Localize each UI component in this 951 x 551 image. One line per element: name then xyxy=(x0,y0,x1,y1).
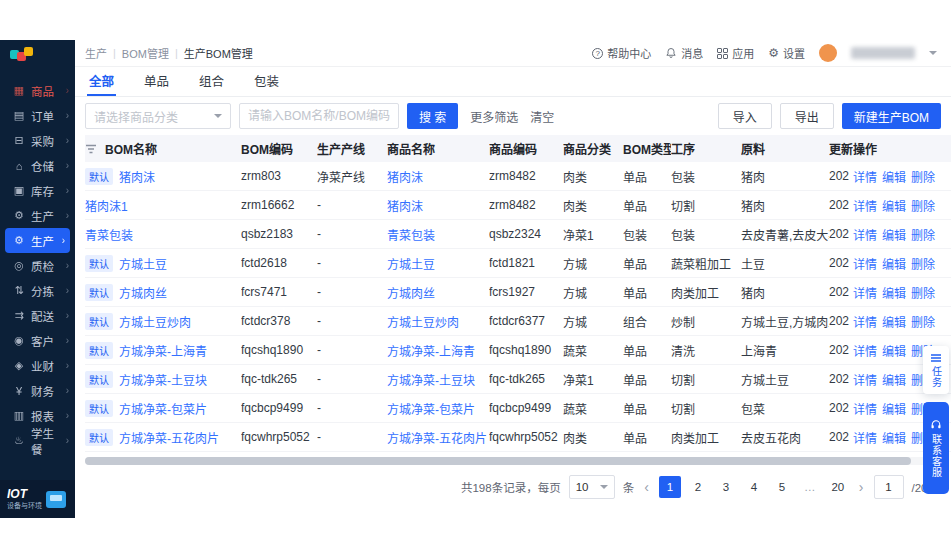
bom-name-link[interactable]: 猪肉沫 xyxy=(119,168,155,185)
tab-all[interactable]: 全部 xyxy=(87,67,116,96)
tab-combo[interactable]: 组合 xyxy=(197,67,226,96)
row-action-delete[interactable]: 删除 xyxy=(911,226,935,243)
sidebar-item-delivery[interactable]: ⇉配送› xyxy=(0,303,75,328)
row-action-detail[interactable]: 详情 xyxy=(853,226,877,243)
row-action-delete[interactable]: 删除 xyxy=(911,284,935,301)
sidebar-item-orders[interactable]: ▤订单› xyxy=(0,103,75,128)
row-action-detail[interactable]: 详情 xyxy=(853,284,877,301)
sidebar-item-products[interactable]: ▦商品› xyxy=(0,78,75,103)
page-button-20[interactable]: 20 xyxy=(827,476,849,498)
app-logo[interactable] xyxy=(0,40,75,68)
product-name-link[interactable]: 猪肉沫 xyxy=(387,200,423,214)
product-name-link[interactable]: 方城肉丝 xyxy=(387,287,435,301)
chevron-down-icon[interactable] xyxy=(929,51,937,55)
bom-name-link[interactable]: 方城土豆炒肉 xyxy=(119,313,191,330)
breadcrumb-bom[interactable]: BOM管理 xyxy=(122,45,169,61)
bom-name-link[interactable]: 方城净菜-包菜片 xyxy=(119,400,207,417)
messages-button[interactable]: 消息 xyxy=(665,45,703,61)
row-action-edit[interactable]: 编辑 xyxy=(882,226,906,243)
bom-name-link[interactable]: 方城净菜-土豆块 xyxy=(119,371,207,388)
bom-name-link[interactable]: 猪肉沫1 xyxy=(85,197,128,214)
sidebar-item-customers[interactable]: ◉客户› xyxy=(0,328,75,353)
sidebar-item-production-plan[interactable]: ⚙生产› xyxy=(0,203,75,228)
bom-name-link[interactable]: 方城净菜-上海青 xyxy=(119,342,207,359)
row-action-edit[interactable]: 编辑 xyxy=(882,313,906,330)
row-action-delete[interactable]: 删除 xyxy=(911,197,935,214)
row-action-detail[interactable]: 详情 xyxy=(853,255,877,272)
category-select[interactable]: 请选择商品分类 xyxy=(85,103,231,129)
product-name-link[interactable]: 方城净菜-五花肉片 xyxy=(387,432,487,446)
page-button-2[interactable]: 2 xyxy=(687,476,709,498)
row-action-detail[interactable]: 详情 xyxy=(853,168,877,185)
bom-search-input[interactable] xyxy=(239,103,399,129)
sidebar-item-warehouse[interactable]: ⌂仓储› xyxy=(0,153,75,178)
bom-name-link[interactable]: 方城肉丝 xyxy=(119,284,167,301)
product-name-link[interactable]: 猪肉沫 xyxy=(387,171,423,185)
product-name-link[interactable]: 方城净菜-包菜片 xyxy=(387,403,475,417)
settings-button[interactable]: ⚙ 设置 xyxy=(768,45,805,61)
page-button-3[interactable]: 3 xyxy=(715,476,737,498)
row-action-detail[interactable]: 详情 xyxy=(853,342,877,359)
user-avatar[interactable] xyxy=(819,44,837,62)
sidebar-item-quality[interactable]: ◎质检› xyxy=(0,253,75,278)
sidebar-item-inventory[interactable]: ▣库存› xyxy=(0,178,75,203)
page-button-1[interactable]: 1 xyxy=(659,476,681,498)
row-action-detail[interactable]: 详情 xyxy=(853,371,877,388)
sidebar-item-sorting[interactable]: ⇅分拣› xyxy=(0,278,75,303)
next-page-button[interactable]: › xyxy=(857,480,866,494)
import-button[interactable]: 导入 xyxy=(718,103,772,129)
more-filters-link[interactable]: 更多筛选 xyxy=(470,108,518,125)
row-action-delete[interactable]: 删除 xyxy=(911,168,935,185)
product-name-link[interactable]: 方城土豆 xyxy=(387,258,435,272)
sidebar-item-finance[interactable]: ¥财务› xyxy=(0,378,75,403)
row-action-detail[interactable]: 详情 xyxy=(853,429,877,446)
prev-page-button[interactable]: ‹ xyxy=(642,480,651,494)
product-name-link[interactable]: 方城净菜-土豆块 xyxy=(387,374,475,388)
task-panel-toggle[interactable]: 任务 xyxy=(923,346,949,394)
sidebar-item-procurement[interactable]: ⊟采购› xyxy=(0,128,75,153)
row-action-detail[interactable]: 详情 xyxy=(853,313,877,330)
row-action-edit[interactable]: 编辑 xyxy=(882,400,906,417)
page-button-5[interactable]: 5 xyxy=(771,476,793,498)
row-action-edit[interactable]: 编辑 xyxy=(882,371,906,388)
export-button[interactable]: 导出 xyxy=(780,103,834,129)
row-action-edit[interactable]: 编辑 xyxy=(882,197,906,214)
help-icon: ? xyxy=(592,48,603,59)
row-action-edit[interactable]: 编辑 xyxy=(882,342,906,359)
horizontal-scrollbar[interactable] xyxy=(85,457,945,465)
row-action-edit[interactable]: 编辑 xyxy=(882,168,906,185)
bom-name-link[interactable]: 方城净菜-五花肉片 xyxy=(119,429,219,446)
updated-cell: 202 xyxy=(829,198,853,212)
row-action-delete[interactable]: 删除 xyxy=(911,255,935,272)
scrollbar-thumb[interactable] xyxy=(85,457,911,465)
row-action-detail[interactable]: 详情 xyxy=(853,400,877,417)
tab-single[interactable]: 单品 xyxy=(142,67,171,96)
page-button-4[interactable]: 4 xyxy=(743,476,765,498)
iot-panel[interactable]: IOT 设备与环境 xyxy=(0,480,75,518)
row-action-delete[interactable]: 删除 xyxy=(911,313,935,330)
row-action-edit[interactable]: 编辑 xyxy=(882,284,906,301)
filter-icon[interactable] xyxy=(85,143,97,155)
product-name-link[interactable]: 方城土豆炒肉 xyxy=(387,316,459,330)
row-action-edit[interactable]: 编辑 xyxy=(882,255,906,272)
user-name-redacted[interactable] xyxy=(851,47,915,59)
breadcrumb-production[interactable]: 生产 xyxy=(85,45,107,61)
jump-page-input[interactable] xyxy=(874,475,904,499)
clear-filters-link[interactable]: 清空 xyxy=(530,108,554,125)
bom-name-link[interactable]: 方城土豆 xyxy=(119,255,167,272)
create-bom-button[interactable]: 新建生产BOM xyxy=(842,103,941,129)
help-center-button[interactable]: ? 帮助中心 xyxy=(592,45,651,61)
search-button[interactable]: 搜 索 xyxy=(407,103,458,129)
bom-name-link[interactable]: 青菜包装 xyxy=(85,226,133,243)
product-name-link[interactable]: 方城净菜-上海青 xyxy=(387,345,475,359)
row-action-edit[interactable]: 编辑 xyxy=(882,429,906,446)
sidebar-item-production[interactable]: ⚙生产› xyxy=(5,228,70,253)
row-action-detail[interactable]: 详情 xyxy=(853,197,877,214)
contact-support-button[interactable]: 联系客服 xyxy=(923,402,949,494)
page-size-select[interactable]: 10 xyxy=(569,475,615,499)
product-name-link[interactable]: 青菜包装 xyxy=(387,229,435,243)
tab-package[interactable]: 包装 xyxy=(252,67,281,96)
sidebar-item-business-finance[interactable]: ◈业财› xyxy=(0,353,75,378)
sidebar-item-student-meals[interactable]: ♨学生餐› xyxy=(0,428,75,453)
apps-button[interactable]: 应用 xyxy=(717,45,754,61)
